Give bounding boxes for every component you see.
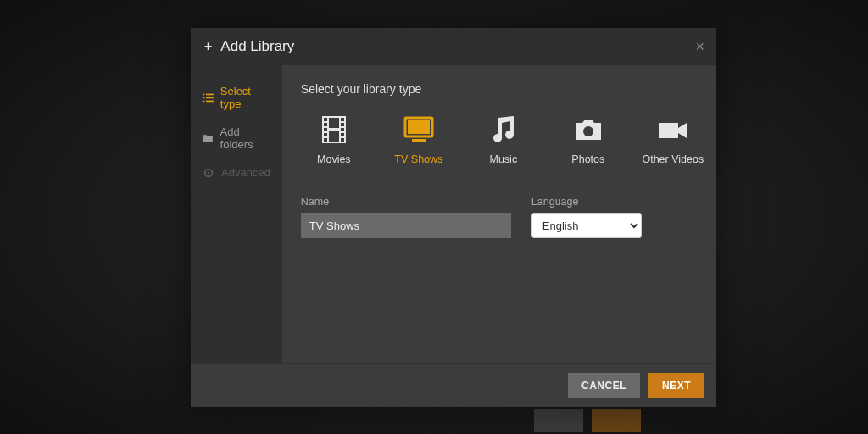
form-row: Name Language English xyxy=(301,196,706,238)
svg-rect-0 xyxy=(203,93,204,95)
svg-rect-10 xyxy=(324,123,327,126)
type-other-videos[interactable]: Other Videos xyxy=(640,114,706,165)
modal-body: Select type Add folders Advanced Select … xyxy=(191,65,716,363)
library-type-row: Movies TV Shows Music xyxy=(301,114,706,165)
language-select[interactable]: English xyxy=(531,213,642,238)
svg-rect-20 xyxy=(329,131,339,142)
background-button-next xyxy=(592,409,641,432)
svg-rect-4 xyxy=(203,100,204,102)
music-icon xyxy=(487,114,520,145)
gear-icon xyxy=(203,167,214,179)
svg-rect-11 xyxy=(324,128,327,131)
camera-icon xyxy=(571,114,605,145)
background-button-back xyxy=(534,409,583,432)
cancel-button[interactable]: CANCEL xyxy=(568,373,640,398)
sidebar-item-label: Select type xyxy=(220,85,270,110)
svg-rect-18 xyxy=(341,138,344,142)
svg-rect-5 xyxy=(206,100,214,102)
tv-icon xyxy=(402,114,436,145)
type-tv-shows[interactable]: TV Shows xyxy=(386,114,452,165)
next-button[interactable]: NEXT xyxy=(648,373,704,398)
plus-icon: + xyxy=(204,39,212,54)
modal-header: + Add Library × xyxy=(191,28,716,65)
modal-content: Select your library type Movies TV Shows xyxy=(282,65,725,363)
svg-point-7 xyxy=(208,171,210,174)
svg-rect-19 xyxy=(329,118,339,128)
type-label: Other Videos xyxy=(642,153,704,165)
svg-rect-3 xyxy=(206,97,214,98)
sidebar-item-select-type[interactable]: Select type xyxy=(191,77,282,118)
svg-rect-22 xyxy=(408,120,430,134)
svg-rect-13 xyxy=(324,138,327,142)
sidebar-item-label: Add folders xyxy=(220,125,270,151)
modal-footer: CANCEL NEXT xyxy=(191,363,716,407)
modal-sidebar: Select type Add folders Advanced xyxy=(191,65,282,363)
type-photos[interactable]: Photos xyxy=(555,114,621,165)
svg-rect-2 xyxy=(203,97,204,98)
modal-title: Add Library xyxy=(220,38,294,55)
type-movies[interactable]: Movies xyxy=(301,114,367,165)
svg-point-24 xyxy=(583,126,593,136)
type-label: Music xyxy=(490,153,518,165)
svg-rect-17 xyxy=(341,133,344,136)
language-field: Language English xyxy=(531,196,642,238)
svg-rect-9 xyxy=(324,118,327,121)
type-label: Photos xyxy=(571,153,604,165)
type-label: TV Shows xyxy=(394,153,442,165)
language-label: Language xyxy=(531,196,642,208)
svg-rect-15 xyxy=(341,123,344,126)
film-icon xyxy=(317,114,351,145)
add-library-modal: + Add Library × Select type Add folders xyxy=(191,28,716,407)
background-button-row xyxy=(534,409,641,432)
close-icon[interactable]: × xyxy=(695,38,704,56)
sidebar-item-label: Advanced xyxy=(221,166,270,179)
name-input[interactable] xyxy=(301,213,511,238)
sidebar-item-add-folders[interactable]: Add folders xyxy=(191,118,282,159)
svg-rect-14 xyxy=(341,118,344,121)
list-icon xyxy=(203,92,214,103)
type-music[interactable]: Music xyxy=(470,114,537,165)
name-label: Name xyxy=(301,196,511,208)
svg-rect-12 xyxy=(324,133,327,136)
content-heading: Select your library type xyxy=(301,82,706,96)
svg-rect-23 xyxy=(412,139,426,142)
svg-rect-16 xyxy=(341,128,344,131)
sidebar-item-advanced: Advanced xyxy=(191,159,282,186)
video-camera-icon xyxy=(656,114,690,145)
svg-rect-25 xyxy=(659,123,678,138)
type-label: Movies xyxy=(317,153,351,165)
name-field: Name xyxy=(301,196,511,238)
svg-rect-1 xyxy=(206,93,214,95)
folder-icon xyxy=(203,132,214,144)
